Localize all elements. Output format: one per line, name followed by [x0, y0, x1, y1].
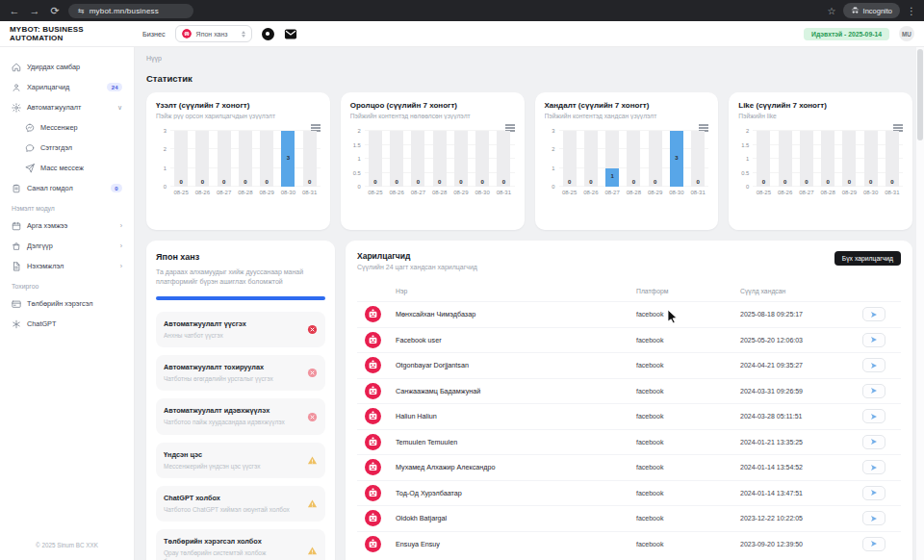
address-bar[interactable]: ⇆ mybot.mn/business — [68, 4, 193, 18]
customer-name: Temuulen Temuulen — [396, 438, 636, 446]
forward-icon[interactable]: → — [28, 0, 41, 21]
step-title: Автоматжуулалт тохируулах — [164, 363, 301, 371]
sidebar-item-payment[interactable]: Төлбөрийн хэрэгсэл — [8, 293, 126, 314]
step-title: ChatGPT холбох — [164, 494, 301, 502]
y-tick-label: 1 — [552, 165, 554, 171]
breadcrumb[interactable]: Нүүр — [146, 55, 912, 62]
sidebar-item-dashboard[interactable]: Удирдах самбар — [8, 57, 126, 77]
app-body: Удирдах самбарХарилцагчид24Автоматжуулал… — [0, 47, 924, 560]
sidebar-item-shop[interactable]: Дэлгүүр› — [8, 236, 126, 256]
x-tick-label: 08-28 — [235, 190, 256, 195]
bar-slot: 3 — [666, 131, 687, 187]
open-chat-button[interactable] — [862, 511, 886, 525]
sidebar-item-feedback[interactable]: Санал гомдол0 — [8, 178, 126, 198]
y-tick-label: 3 — [552, 128, 554, 134]
bar-slot: 0 — [796, 131, 817, 187]
onboarding-step-2[interactable]: Автоматжуулалт тохируулахЧатботны өгөгдө… — [156, 355, 325, 391]
data-bar: 3 — [670, 131, 683, 187]
sidebar-item-automation[interactable]: Автоматжуулалт∨ — [8, 97, 126, 117]
bar-slot: 0 — [838, 131, 860, 187]
bar-value-label: 0 — [299, 179, 321, 185]
open-chat-button[interactable] — [862, 537, 886, 551]
x-tick-label: 08-28 — [429, 190, 450, 195]
y-tick-label: 1 — [164, 165, 167, 171]
table-row: Мухамед Алхажир Александроfacebook2024-0… — [357, 454, 901, 480]
open-chat-button[interactable] — [862, 435, 886, 449]
y-tick-label: 1.5 — [353, 142, 361, 148]
y-tick-label: 2 — [358, 128, 361, 134]
customer-platform: facebook — [636, 439, 740, 445]
sidebar-item-label: Дэлгүүр — [27, 242, 115, 250]
x-tick-label: 08-31 — [687, 190, 708, 195]
customer-last-seen: 2025-05-20 12:06:03 — [740, 337, 862, 344]
bar-slot: 0 — [623, 131, 644, 187]
page-scrollbar[interactable] — [916, 47, 924, 560]
onboarding-step-4[interactable]: Үндсэн цэсМессенжерийн үндсэн цэс үүсгэх — [156, 443, 325, 478]
y-tick-label: 0.5 — [741, 170, 749, 176]
open-chat-button[interactable] — [862, 333, 886, 347]
y-tick-label: 1 — [746, 156, 749, 162]
bar-slot: 0 — [450, 131, 472, 187]
customer-last-seen: 2024-04-21 09:35:27 — [740, 362, 862, 369]
x-tick-label: 08-26 — [386, 190, 407, 195]
users-icon — [12, 83, 21, 92]
bar-value-label: 3 — [670, 155, 683, 161]
table-row: Haliun Haliunfacebook2024-03-28 05:11:51 — [357, 403, 901, 429]
bookmark-star-icon[interactable]: ☆ — [828, 6, 836, 16]
bar-slot: 0 — [645, 131, 666, 187]
calendar-icon — [12, 221, 21, 231]
customer-last-seen: 2024-01-14 13:47:51 — [740, 490, 862, 496]
customers-subtitle: Сүүлийн 24 цагт хандсан харилцагчид — [357, 264, 834, 270]
sidebar-item-label: ChatGPT — [27, 319, 122, 328]
sidebar-item-invoice[interactable]: Нэхэмжлэл› — [8, 256, 126, 276]
bar-value-label: 0 — [192, 179, 213, 185]
x-tick-label: 08-31 — [882, 190, 903, 195]
chart-subtitle: Пэйж рүү орсон харилцагчдын үзүүлэлт — [156, 113, 321, 119]
sidebar-item-mass-message[interactable]: Масс мессеж — [8, 158, 126, 178]
sidebar-item-comments[interactable]: Сэтгэгдэл — [8, 138, 126, 158]
bar-slot: 0 — [817, 131, 838, 187]
sidebar-item-events[interactable]: Арга хэмжээ› — [8, 216, 126, 236]
open-chat-button[interactable] — [862, 409, 886, 423]
sidebar-section-label: Нэмэлт модул — [12, 205, 122, 212]
customer-platform: facebook — [636, 362, 740, 369]
onboarding-description: Та дараах алхамуудыг хийж дууссанаар ман… — [156, 267, 325, 287]
bar-slot: 3 — [277, 131, 298, 187]
sidebar: Удирдах самбарХарилцагчид24Автоматжуулал… — [0, 47, 135, 560]
onboarding-step-1[interactable]: Автоматжуулалт үүсгэхАнхны чатбот үүсгэх — [156, 312, 325, 347]
chart-bars: 0000000 — [365, 131, 515, 187]
open-chat-button[interactable] — [862, 307, 886, 321]
open-chat-button[interactable] — [862, 358, 886, 372]
page-title: Статистик — [146, 73, 912, 84]
scrollbar-thumb[interactable] — [917, 49, 923, 140]
sidebar-item-messenger[interactable]: Мессенжер — [8, 117, 126, 138]
reload-icon[interactable]: ⟳ — [48, 0, 62, 21]
sidebar-item-chatgpt[interactable]: ChatGPT — [8, 314, 126, 334]
bar-slot: 0 — [860, 131, 882, 187]
sidebar-item-label: Масс мессеж — [40, 164, 122, 172]
page-select-dropdown[interactable]: Япон ханз — [175, 25, 252, 42]
open-chat-button[interactable] — [862, 486, 886, 500]
bar-value-label: 0 — [753, 179, 774, 185]
browser-menu-icon[interactable]: ⋮ — [907, 6, 916, 16]
onboarding-step-6[interactable]: Төлбөрийн хэрэгсэл холбохQpay төлбөрийн … — [156, 529, 325, 560]
open-chat-button[interactable] — [862, 384, 886, 398]
sidebar-item-customers[interactable]: Харилцагчид24 — [8, 77, 126, 97]
x-tick-label: 08-31 — [493, 190, 514, 195]
y-tick-label: 0 — [552, 184, 554, 190]
back-icon[interactable]: ← — [8, 0, 21, 21]
mail-icon[interactable] — [284, 29, 297, 39]
x-tick-label: 08-27 — [214, 190, 235, 195]
all-customers-button[interactable]: Бүх харилцагчид — [834, 251, 901, 266]
bar-value-label: 0 — [645, 179, 666, 185]
step-subtitle: Qpay төлбөрийн системтэй холбож борлуула… — [164, 548, 301, 560]
open-chat-button[interactable] — [862, 460, 886, 474]
onboarding-step-3[interactable]: Автоматжуулалт идэвхжүүлэхЧатботоо пайж … — [156, 398, 325, 434]
create-button[interactable] — [262, 28, 274, 40]
table-row: Мөнхсайхан Чимэдбазарfacebook2025-08-18 … — [357, 301, 901, 327]
page-select-value: Япон ханз — [196, 31, 237, 38]
chart-subtitle: Пэйжийн like — [738, 113, 903, 119]
user-avatar[interactable]: MU — [899, 26, 914, 41]
onboarding-step-5[interactable]: ChatGPT холбохЧатботоо ChatGPT хиймэл ою… — [156, 486, 325, 522]
url-text: mybot.mn/business — [90, 7, 159, 15]
